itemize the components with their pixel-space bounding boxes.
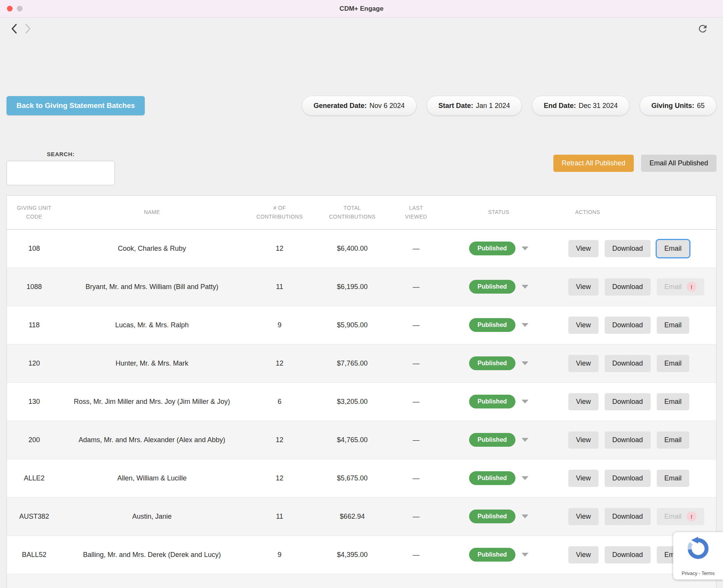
contributions-cell: 9 — [242, 306, 317, 344]
contributions-cell: 12 — [242, 229, 317, 268]
email-button[interactable]: Email ! — [657, 355, 689, 372]
email-button-label: Email — [664, 398, 682, 406]
actions-cell: View Download Email ! — [553, 229, 716, 268]
chevron-down-icon[interactable] — [522, 514, 528, 518]
chevron-down-icon[interactable] — [522, 553, 528, 557]
back-to-batches-button[interactable]: Back to Giving Statement Batches — [7, 96, 145, 115]
download-button[interactable]: Download — [605, 355, 651, 372]
retract-all-published-button[interactable]: Retract All Published — [553, 155, 634, 172]
email-all-published-button[interactable]: Email All Published — [641, 155, 716, 172]
search-input[interactable] — [7, 161, 115, 185]
last-viewed-cell: — — [388, 344, 445, 382]
contributions-cell: 11 — [242, 497, 317, 536]
status-badge[interactable]: Published — [469, 280, 515, 294]
status-badge[interactable]: Published — [469, 318, 515, 332]
download-button[interactable]: Download — [605, 393, 651, 410]
recaptcha-privacy-terms-link[interactable]: Privacy - Terms — [682, 571, 715, 576]
view-button[interactable]: View — [568, 508, 599, 525]
email-button-label: Email — [664, 474, 682, 482]
download-button[interactable]: Download — [605, 278, 651, 296]
header-actions: ACTIONS — [553, 196, 716, 229]
email-button[interactable]: Email ! — [657, 393, 689, 410]
email-button[interactable]: Email ! — [657, 508, 704, 525]
recaptcha-icon — [686, 537, 710, 562]
table-row: 120 Hunter, Mr. & Mrs. Mark 12 $7,765.00… — [7, 344, 716, 382]
download-button[interactable]: Download — [605, 240, 651, 257]
end-date-label: End Date: — [544, 102, 576, 110]
download-button[interactable]: Download — [605, 431, 651, 449]
download-button[interactable]: Download — [605, 470, 651, 487]
generated-date-label: Generated Date: — [314, 102, 367, 110]
chevron-down-icon[interactable] — [522, 476, 528, 480]
download-button[interactable]: Download — [605, 317, 651, 334]
email-button[interactable]: Email ! — [657, 470, 689, 487]
giving-unit-code-cell: 130 — [7, 382, 62, 421]
name-cell: Lucas, Mr. & Mrs. Ralph — [62, 306, 242, 344]
status-badge[interactable]: Published — [469, 395, 515, 408]
last-viewed-cell: — — [388, 306, 445, 344]
minimize-window-button[interactable] — [17, 6, 23, 11]
actions-cell: View Download Email ! — [553, 268, 716, 306]
name-cell: Austin, Janie — [62, 497, 242, 536]
download-button[interactable]: Download — [605, 508, 651, 525]
view-button[interactable]: View — [568, 431, 599, 449]
forward-arrow-icon[interactable] — [25, 23, 31, 36]
status-badge[interactable]: Published — [469, 356, 515, 370]
status-cell: Published — [445, 497, 553, 536]
view-button[interactable]: View — [568, 470, 599, 487]
status-badge[interactable]: Published — [469, 242, 515, 255]
last-viewed-cell: — — [388, 268, 445, 306]
actions-cell: View Download Email ! — [553, 497, 716, 536]
header-last-viewed: LAST VIEWED — [388, 196, 445, 229]
view-button[interactable]: View — [568, 240, 599, 257]
browser-navbar — [0, 18, 723, 40]
actions-cell: View Download Email ! — [553, 344, 716, 382]
table-header-row: GIVING UNIT CODE NAME # OF CONTRIBUTIONS… — [7, 196, 716, 229]
chevron-down-icon[interactable] — [522, 438, 528, 442]
email-button[interactable]: Email ! — [657, 431, 689, 449]
name-cell: Cook, Charles & Ruby — [62, 229, 242, 268]
last-viewed-cell: — — [388, 229, 445, 268]
chevron-down-icon[interactable] — [522, 400, 528, 403]
email-button[interactable]: Email ! — [657, 278, 704, 296]
last-viewed-cell: — — [388, 421, 445, 459]
view-button[interactable]: View — [568, 278, 599, 296]
giving-unit-code-cell: BALL52 — [7, 536, 62, 574]
total-contributions-cell: $4,765.00 — [317, 421, 388, 459]
chevron-down-icon[interactable] — [522, 323, 528, 327]
total-contributions-cell: $3,205.00 — [317, 382, 388, 421]
giving-statements-table: GIVING UNIT CODE NAME # OF CONTRIBUTIONS… — [7, 195, 716, 588]
view-button[interactable]: View — [568, 393, 599, 410]
window-title: CDM+ Engage — [340, 5, 384, 13]
total-contributions-cell: $662.94 — [317, 497, 388, 536]
status-badge[interactable]: Published — [469, 510, 515, 523]
chevron-down-icon[interactable] — [522, 285, 528, 289]
table-row-partial — [7, 574, 716, 588]
view-button[interactable]: View — [568, 355, 599, 372]
back-arrow-icon[interactable] — [11, 23, 17, 36]
email-button[interactable]: Email ! — [657, 240, 689, 257]
email-button[interactable]: Email ! — [657, 317, 689, 334]
status-cell: Published — [445, 306, 553, 344]
chevron-down-icon[interactable] — [522, 247, 528, 250]
header-giving-unit-code: GIVING UNIT CODE — [7, 196, 62, 229]
view-button[interactable]: View — [568, 546, 599, 564]
status-badge[interactable]: Published — [469, 433, 515, 447]
status-cell: Published — [445, 229, 553, 268]
status-badge[interactable]: Published — [469, 471, 515, 485]
refresh-icon[interactable] — [697, 23, 708, 36]
view-button[interactable]: View — [568, 317, 599, 334]
status-cell: Published — [445, 344, 553, 382]
last-viewed-cell: — — [388, 459, 445, 497]
last-viewed-cell: — — [388, 497, 445, 536]
end-date-pill: End Date: Dec 31 2024 — [532, 96, 630, 116]
status-badge[interactable]: Published — [469, 548, 515, 562]
name-cell: Adams, Mr. and Mrs. Alexander (Alex and … — [62, 421, 242, 459]
download-button[interactable]: Download — [605, 546, 651, 564]
actions-cell: View Download Email ! — [553, 382, 716, 421]
chevron-down-icon[interactable] — [522, 361, 528, 365]
actions-cell: View Download Email ! — [553, 306, 716, 344]
start-date-value: Jan 1 2024 — [476, 102, 510, 110]
total-contributions-cell: $7,765.00 — [317, 344, 388, 382]
close-window-button[interactable] — [7, 6, 13, 11]
